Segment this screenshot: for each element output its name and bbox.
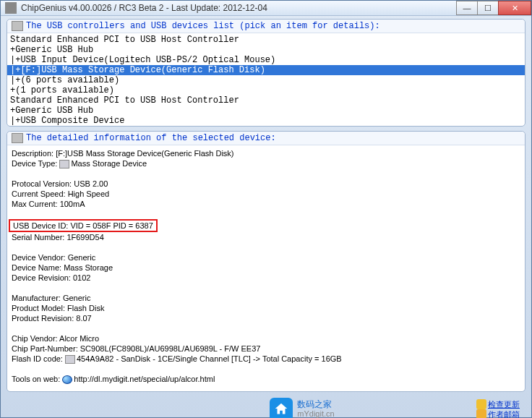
device-list-group: The USB controllers and USB devices list… xyxy=(7,19,525,127)
content-area: The USB controllers and USB devices list… xyxy=(1,16,531,418)
detail-vendor: Device Vendor: Generic xyxy=(12,252,520,263)
brand-cn: 数码之家 xyxy=(297,400,334,409)
device-row[interactable]: +(1 ports available) xyxy=(7,85,525,95)
device-row[interactable]: +Generic USB Hub xyxy=(7,45,525,55)
detail-tools: Tools on web: http://dl.mydigit.net/spec… xyxy=(12,374,520,384)
footer: 数码之家 mYdigit.cn 检查更新 作者邮箱 xyxy=(7,396,525,418)
detail-revision: Device Revision: 0102 xyxy=(12,273,520,283)
device-list-title: The USB controllers and USB devices list… xyxy=(26,21,380,31)
check-update-link[interactable]: 检查更新 xyxy=(476,399,520,409)
detail-name: Device Name: Mass Storage xyxy=(12,263,520,273)
detail-chip-vendor: Chip Vendor: Alcor Micro xyxy=(12,333,520,344)
device-row[interactable]: |+(6 ports available) xyxy=(7,75,525,85)
close-button[interactable]: ✕ xyxy=(498,1,531,15)
highlight-usb-id: USB Device ID: VID = 058F PID = 6387 xyxy=(9,219,158,232)
brand-en: mYdigit.cn xyxy=(297,409,334,418)
tools-url[interactable]: http://dl.mydigit.net/special/up/alcor.h… xyxy=(74,375,215,383)
detail-protocol: Protocal Version: USB 2.00 xyxy=(12,179,520,189)
disk-icon xyxy=(59,160,69,169)
author-mail-link[interactable]: 作者邮箱 xyxy=(476,409,520,418)
detail-usb-id-row: USB Device ID: VID = 058F PID = 6387 xyxy=(12,219,520,232)
detail-flash-id: Flash ID code: 454A9A82 - SanDisk - 1CE/… xyxy=(12,354,520,364)
details-body: Description: [F:]USB Mass Storage Device… xyxy=(7,145,525,391)
detail-product-revision: Product Revision: 8.07 xyxy=(12,313,520,323)
usb-icon xyxy=(12,21,23,31)
chip-icon xyxy=(65,355,75,364)
details-header: The detailed information of the selected… xyxy=(7,132,525,145)
globe-icon xyxy=(62,375,72,384)
device-list-header: The USB controllers and USB devices list… xyxy=(7,20,525,33)
mail-icon xyxy=(476,409,486,418)
details-group: The detailed information of the selected… xyxy=(7,131,525,392)
device-row[interactable]: +Generic USB Hub xyxy=(7,106,525,116)
device-list[interactable]: Standard Enhanced PCI to USB Host Contro… xyxy=(7,33,525,126)
minimize-button[interactable]: — xyxy=(456,1,478,15)
maximize-button[interactable]: ☐ xyxy=(477,1,499,15)
details-title: The detailed information of the selected… xyxy=(26,133,276,143)
app-window: ChipGenius v4.00.0026 / RC3 Beta 2 - Las… xyxy=(0,0,532,418)
app-icon xyxy=(5,2,17,14)
window-title: ChipGenius v4.00.0026 / RC3 Beta 2 - Las… xyxy=(21,3,457,13)
info-icon xyxy=(12,133,23,143)
footer-brand[interactable]: 数码之家 mYdigit.cn xyxy=(128,398,476,418)
device-row[interactable]: |+USB Input Device(Logitech USB-PS/2 Opt… xyxy=(7,55,525,65)
detail-speed: Current Speed: High Speed xyxy=(12,189,520,199)
detail-product-model: Product Model: Flash Disk xyxy=(12,303,520,313)
device-row[interactable]: |+USB Composite Device xyxy=(7,116,525,126)
refresh-icon xyxy=(476,399,486,409)
detail-device-type: Device Type: Mass Storage Device xyxy=(12,158,520,169)
footer-links: 检查更新 作者邮箱 xyxy=(476,399,520,418)
titlebar[interactable]: ChipGenius v4.00.0026 / RC3 Beta 2 - Las… xyxy=(1,1,531,16)
device-row[interactable]: Standard Enhanced PCI to USB Host Contro… xyxy=(7,95,525,106)
device-row[interactable]: |+[F:]USB Mass Storage Device(Generic Fl… xyxy=(7,65,525,75)
detail-max-current: Max Current: 100mA xyxy=(12,199,520,209)
detail-description: Description: [F:]USB Mass Storage Device… xyxy=(12,148,520,158)
detail-manufacturer: Manufacturer: Generic xyxy=(12,293,520,303)
device-row[interactable]: Standard Enhanced PCI to USB Host Contro… xyxy=(7,35,525,45)
window-controls: — ☐ ✕ xyxy=(457,1,531,15)
detail-serial: Serial Number: 1F699D54 xyxy=(12,232,520,242)
house-icon xyxy=(270,398,293,418)
detail-chip-part: Chip Part-Number: SC908L(FC8908L)/AU6998… xyxy=(12,344,520,354)
